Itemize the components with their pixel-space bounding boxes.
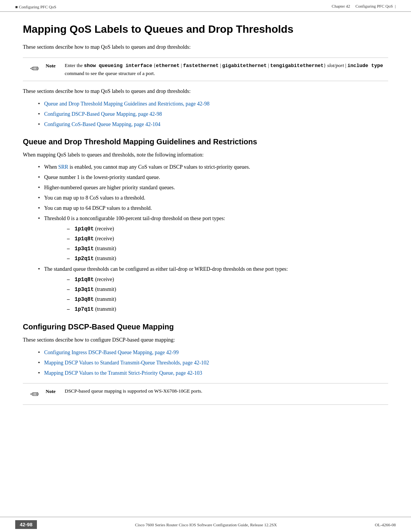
intro-para-2: These sections describe how to map QoS l… <box>23 87 388 96</box>
srr-link[interactable]: SRR <box>58 164 68 170</box>
note-pencil-icon: ✏ <box>30 62 39 75</box>
main-content: Mapping QoS Labels to Queues and Drop Th… <box>0 12 411 441</box>
list-item: 1p3q8t (transmit) <box>67 295 388 304</box>
list-item: 1p2q1t (transmit) <box>67 254 388 263</box>
list-item: Queue and Drop Threshold Mapping Guideli… <box>38 100 388 108</box>
list-item: 1p3q1t (transmit) <box>67 285 388 294</box>
link-dscp[interactable]: Configuring DSCP-Based Queue Mapping, pa… <box>44 111 162 117</box>
link-cos[interactable]: Configuring CoS-Based Queue Mapping, pag… <box>44 121 161 127</box>
dash-list-std-queue: 1p1q8t (receive) 1p3q1t (transmit) 1p3q8… <box>67 275 388 313</box>
note-box-1: ✏ Note Enter the show queueing interface… <box>23 58 388 81</box>
note-command-1: show queueing interface <box>84 63 152 69</box>
page-footer: 42-98 Cisco 7600 Series Router Cisco IOS… <box>0 517 411 532</box>
list-item: Threshold 0 is a nonconfigurable 100-per… <box>38 214 388 263</box>
list-item: 1p3q1t (transmit) <box>67 244 388 253</box>
dash-list-threshold0: 1p1q0t (receive) 1p1q8t (receive) 1p3q1t… <box>67 225 388 263</box>
list-item: Configuring CoS-Based Queue Mapping, pag… <box>38 120 388 128</box>
list-item: When SRR is enabled, you cannot map any … <box>38 163 388 171</box>
intro-para: These sections describe how to map QoS l… <box>23 43 388 51</box>
top-links-list: Queue and Drop Threshold Mapping Guideli… <box>38 100 388 128</box>
header-left: ■ Configuring PFC QoS <box>15 4 56 9</box>
section1-intro: When mapping QoS labels to queues and th… <box>23 151 388 159</box>
list-item: You can map up to 64 DSCP values to a th… <box>38 204 388 212</box>
note-text-2: DSCP-based queue mapping is supported on… <box>65 387 388 395</box>
note-icon-area: ✏ <box>23 62 46 75</box>
header-chapter: Chapter 42 Configuring PFC QoS | <box>332 4 396 8</box>
section1-bullets: When SRR is enabled, you cannot map any … <box>38 163 388 313</box>
list-item: The standard queue thresholds can be con… <box>38 265 388 313</box>
note-pencil-icon-2: ✏ <box>30 388 39 401</box>
note-icon-area-2: ✏ <box>23 387 46 401</box>
list-item: Queue number 1 is the lowest-priority st… <box>38 173 388 181</box>
note-text-1: Enter the show queueing interface {ether… <box>65 62 388 77</box>
list-item: You can map up to 8 CoS values to a thre… <box>38 194 388 202</box>
note-box-2: ✏ Note DSCP-based queue mapping is suppo… <box>23 383 388 405</box>
link-guidelines[interactable]: Queue and Drop Threshold Mapping Guideli… <box>44 101 209 107</box>
header-right: Chapter 42 Configuring PFC QoS | <box>332 4 396 8</box>
link-dscp-strict[interactable]: Mapping DSCP Values to the Transmit Stri… <box>44 370 202 376</box>
section2-heading: Configuring DSCP-Based Queue Mapping <box>23 323 388 331</box>
section2-intro: These sections describe how to configure… <box>23 336 388 344</box>
page-header: ■ Configuring PFC QoS Chapter 42 Configu… <box>0 0 411 12</box>
footer-center-text: Cisco 7600 Series Router Cisco IOS Softw… <box>37 522 375 527</box>
link-dscp-std[interactable]: Mapping DSCP Values to Standard Transmit… <box>44 360 209 366</box>
list-item: Mapping DSCP Values to Standard Transmit… <box>38 359 388 367</box>
section1-heading: Queue and Drop Threshold Mapping Guideli… <box>23 137 388 146</box>
note-content-1: Note Enter the show queueing interface {… <box>46 62 388 77</box>
list-item: 1p1q0t (receive) <box>67 225 388 233</box>
list-item: 1p1q8t (receive) <box>67 235 388 243</box>
section2-links: Configuring Ingress DSCP-Based Queue Map… <box>38 348 388 377</box>
list-item: 1p1q8t (receive) <box>67 275 388 284</box>
footer-page-number: 42-98 <box>15 520 37 529</box>
chapter-title: Mapping QoS Labels to Queues and Drop Th… <box>23 23 388 35</box>
list-item: Configuring Ingress DSCP-Based Queue Map… <box>38 348 388 356</box>
note-content-2: Note DSCP-based queue mapping is support… <box>46 387 388 395</box>
note-label-1: Note <box>46 62 62 69</box>
header-breadcrumb: ■ Configuring PFC QoS <box>15 5 56 9</box>
note-label-2: Note <box>46 387 62 395</box>
list-item: 1p7q1t (transmit) <box>67 305 388 313</box>
list-item: Higher-numbered queues are higher priori… <box>38 184 388 192</box>
list-item: Configuring DSCP-Based Queue Mapping, pa… <box>38 110 388 118</box>
list-item: Mapping DSCP Values to the Transmit Stri… <box>38 369 388 377</box>
link-ingress-dscp[interactable]: Configuring Ingress DSCP-Based Queue Map… <box>44 350 178 355</box>
footer-right-text: OL-4266-08 <box>375 522 396 527</box>
